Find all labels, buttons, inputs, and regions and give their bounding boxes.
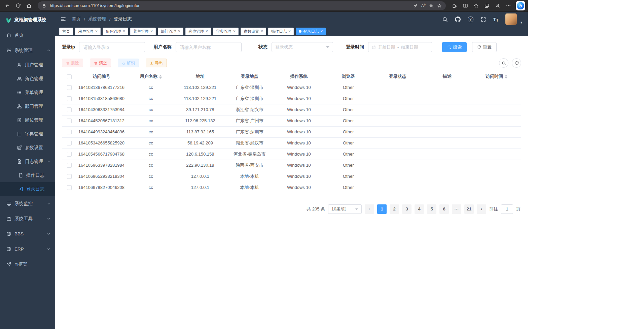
pagination-ellipsis[interactable]: ··· xyxy=(452,204,461,214)
sidebar-item-dict-mgmt[interactable]: 字典管理 xyxy=(0,127,55,141)
tab-close-icon[interactable]: × xyxy=(178,29,180,34)
sidebar-item-post-mgmt[interactable]: 岗位管理 xyxy=(0,113,55,127)
col-visit-time[interactable]: 访问时间 xyxy=(472,71,521,82)
sidebar-item-system-monitor[interactable]: 系统监控 xyxy=(0,196,55,211)
tab-close-icon[interactable]: × xyxy=(233,29,236,34)
tab-user-mgmt[interactable]: 用户管理× xyxy=(75,28,101,35)
page-button-21[interactable]: 21 xyxy=(464,204,474,214)
clear-button[interactable]: 清空 xyxy=(90,59,111,67)
tab-close-icon[interactable]: × xyxy=(123,29,125,34)
browser-address-bar[interactable]: https://ccnetcore.com:1101/system/log/lo… xyxy=(38,1,446,10)
row-checkbox[interactable] xyxy=(67,174,72,179)
tab-role-mgmt[interactable]: 角色管理× xyxy=(103,28,128,35)
browser-extensions-button[interactable] xyxy=(450,1,459,10)
browser-favorites-button[interactable] xyxy=(471,1,481,10)
tab-close-icon[interactable]: × xyxy=(206,29,208,34)
tab-close-icon[interactable]: × xyxy=(320,29,323,34)
login-time-range-picker[interactable]: 开始日期 - 结束日期 xyxy=(368,42,432,52)
breadcrumb-system-mgmt[interactable]: 系统管理 xyxy=(88,16,106,22)
browser-back-button[interactable] xyxy=(3,1,12,10)
sidebar-toggle-icon[interactable] xyxy=(60,17,66,22)
delete-button[interactable]: 删除 xyxy=(62,59,83,67)
browser-collections-button[interactable] xyxy=(482,1,492,10)
browser-split-screen-button[interactable] xyxy=(461,1,470,10)
browser-settings-menu-button[interactable] xyxy=(504,1,513,10)
col-username[interactable]: 用户名称 xyxy=(126,71,176,82)
sidebar-item-login-log[interactable]: 登录日志 xyxy=(0,182,55,196)
sidebar-item-system-tools[interactable]: 系统工具 xyxy=(0,211,55,226)
tab-login-log[interactable]: 登录日志× xyxy=(296,28,326,35)
sidebar-item-operation-log[interactable]: 操作日志 xyxy=(0,168,55,182)
row-checkbox[interactable] xyxy=(67,130,72,134)
row-checkbox[interactable] xyxy=(67,152,72,157)
breadcrumb-home[interactable]: 首页 xyxy=(72,16,81,22)
search-icon[interactable] xyxy=(442,17,448,22)
page-button-6[interactable]: 6 xyxy=(439,204,449,214)
page-size-select[interactable]: 10条/页 xyxy=(328,204,362,214)
prev-page-button[interactable]: ‹ xyxy=(365,204,374,214)
password-key-icon[interactable] xyxy=(413,3,418,8)
sort-icons[interactable] xyxy=(159,75,162,79)
sidebar-item-param-settings[interactable]: 参数设置 xyxy=(0,141,55,155)
tab-operation-log[interactable]: 操作日志× xyxy=(268,28,294,35)
browser-home-button[interactable] xyxy=(24,1,34,10)
sidebar-item-home[interactable]: 首页 xyxy=(0,28,55,43)
row-checkbox[interactable] xyxy=(67,141,72,145)
export-button[interactable]: 导出 xyxy=(146,59,167,67)
unlock-button[interactable]: 解锁 xyxy=(118,59,139,67)
tab-close-icon[interactable]: × xyxy=(150,29,153,34)
row-checkbox[interactable] xyxy=(67,85,72,90)
row-checkbox[interactable] xyxy=(67,96,72,101)
tab-close-icon[interactable]: × xyxy=(288,29,291,34)
sidebar-item-system-mgmt[interactable]: 系统管理 xyxy=(0,43,55,58)
select-all-checkbox[interactable] xyxy=(67,74,72,79)
sidebar-item-menu-mgmt[interactable]: 菜单管理 xyxy=(0,86,55,99)
username-input[interactable] xyxy=(176,42,242,52)
row-checkbox[interactable] xyxy=(67,185,72,190)
show-search-button[interactable] xyxy=(499,58,508,68)
page-button-2[interactable]: 2 xyxy=(390,204,399,214)
sort-icons[interactable] xyxy=(505,75,507,79)
row-checkbox[interactable] xyxy=(67,107,72,112)
sidebar-item-log-mgmt[interactable]: 日志管理 xyxy=(0,155,55,168)
sidebar-item-role-mgmt[interactable]: 角色管理 xyxy=(0,72,55,86)
sidebar-item-user-mgmt[interactable]: 用户管理 xyxy=(0,58,55,72)
tab-param-settings[interactable]: 参数设置× xyxy=(241,28,266,35)
search-button[interactable]: 搜索 xyxy=(442,42,467,52)
status-select[interactable]: 登录状态 xyxy=(272,42,333,52)
github-icon[interactable] xyxy=(455,17,461,22)
page-button-4[interactable]: 4 xyxy=(415,204,424,214)
browser-profile-button[interactable] xyxy=(493,1,502,10)
zoom-out-icon[interactable] xyxy=(429,3,434,8)
tab-dict-mgmt[interactable]: 字典管理× xyxy=(213,28,239,35)
reset-button[interactable]: 重置 xyxy=(472,42,497,52)
sidebar-item-dept-mgmt[interactable]: 部门管理 xyxy=(0,99,55,113)
sidebar-item-erp[interactable]: ERP xyxy=(0,241,55,257)
row-checkbox[interactable] xyxy=(67,163,72,168)
tab-close-icon[interactable]: × xyxy=(95,29,98,34)
tab-close-icon[interactable]: × xyxy=(261,29,263,34)
tab-dept-mgmt[interactable]: 部门管理× xyxy=(158,28,183,35)
browser-refresh-button[interactable] xyxy=(13,1,23,10)
help-icon[interactable]: ? xyxy=(468,17,473,22)
font-size-icon[interactable]: TT xyxy=(493,17,498,22)
browser-url[interactable]: https://ccnetcore.com:1101/system/log/lo… xyxy=(50,3,410,8)
sidebar-item-bbs[interactable]: BBS xyxy=(0,226,55,241)
next-page-button[interactable]: › xyxy=(477,204,486,214)
sidebar-item-yi-framework[interactable]: Yi框架 xyxy=(0,257,55,272)
read-aloud-icon[interactable]: A)) xyxy=(421,3,426,8)
page-button-3[interactable]: 3 xyxy=(402,204,412,214)
row-checkbox[interactable] xyxy=(67,119,72,123)
fullscreen-icon[interactable] xyxy=(480,17,486,22)
page-button-1[interactable]: 1 xyxy=(377,204,387,214)
add-favorite-icon[interactable] xyxy=(437,3,442,8)
user-avatar[interactable] xyxy=(505,13,517,25)
tab-post-mgmt[interactable]: 岗位管理× xyxy=(185,28,211,35)
copilot-button[interactable]: b xyxy=(516,1,525,10)
refresh-table-button[interactable] xyxy=(512,58,521,68)
tab-menu-mgmt[interactable]: 菜单管理× xyxy=(130,28,156,35)
login-ip-input[interactable] xyxy=(79,42,145,52)
tab-home[interactable]: 首页 xyxy=(59,28,73,35)
goto-page-input[interactable] xyxy=(501,204,513,214)
page-button-5[interactable]: 5 xyxy=(427,204,436,214)
